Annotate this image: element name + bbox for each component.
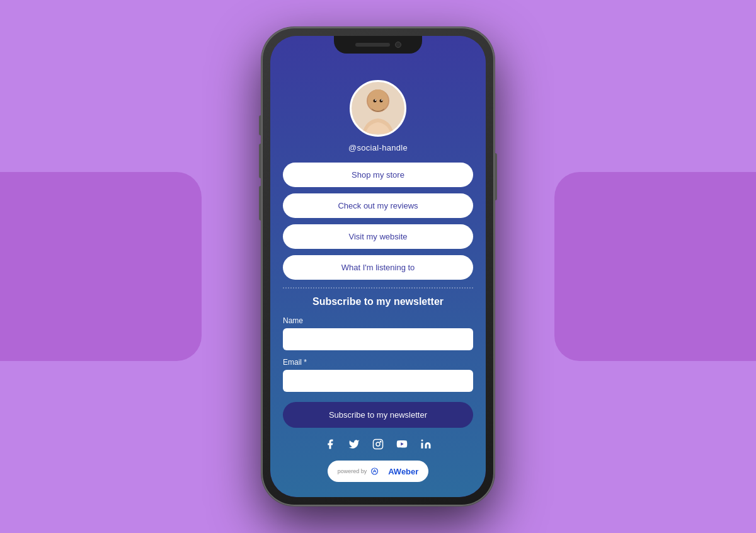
svg-point-11 [376,442,380,446]
name-input[interactable] [283,328,473,350]
svg-rect-14 [421,443,423,449]
phone-screen: @social-handle Shop my store Check out m… [270,36,486,497]
side-button-mute [259,115,261,135]
subscribe-button[interactable]: Subscribe to my newsletter [283,402,473,428]
side-button-power [495,153,497,200]
powered-by-text: powered by [338,468,367,474]
social-handle: @social-handle [348,143,408,152]
visit-website-button[interactable]: Visit my website [283,224,473,249]
check-reviews-button[interactable]: Check out my reviews [283,193,473,218]
aweber-pill: powered by AWeber [328,461,429,482]
avatar-image [353,83,403,134]
side-button-vol-up [259,144,261,178]
linkedin-icon[interactable] [420,438,432,450]
youtube-icon[interactable] [396,438,408,450]
facebook-icon[interactable] [324,438,336,450]
newsletter-section: Subscribe to my newsletter Name Email * … [270,296,486,438]
speaker [355,43,390,47]
svg-point-15 [421,440,423,442]
email-label: Email * [283,358,473,367]
phone-inner: @social-handle Shop my store Check out m… [270,36,486,497]
svg-point-9 [381,100,382,101]
listening-to-button[interactable]: What I'm listening to [283,255,473,280]
twitter-icon[interactable] [348,438,360,450]
instagram-icon[interactable] [372,438,384,450]
svg-point-7 [380,100,383,103]
newsletter-title: Subscribe to my newsletter [283,296,473,307]
svg-point-12 [380,441,381,442]
profile-section: @social-handle [270,67,486,163]
aweber-brand-text: AWeber [388,467,418,476]
social-icons-row [270,438,486,450]
bg-right-shape [554,172,756,361]
phone-notch [334,36,422,54]
svg-point-8 [375,100,376,101]
phone-container: @social-handle Shop my store Check out m… [261,27,495,506]
svg-point-6 [374,100,377,103]
side-button-vol-down [259,186,261,221]
phone-frame: @social-handle Shop my store Check out m… [261,27,495,506]
email-input[interactable] [283,370,473,392]
camera [395,42,401,48]
shop-store-button[interactable]: Shop my store [283,163,473,187]
section-divider [283,287,473,289]
aweber-badge[interactable]: powered by AWeber [270,461,486,482]
avatar [350,80,406,137]
bg-left-shape [0,172,202,361]
aweber-logo-icon [370,464,384,478]
svg-point-5 [368,89,388,111]
svg-rect-10 [374,440,383,449]
links-section: Shop my store Check out my reviews Visit… [270,163,486,280]
name-label: Name [283,316,473,325]
